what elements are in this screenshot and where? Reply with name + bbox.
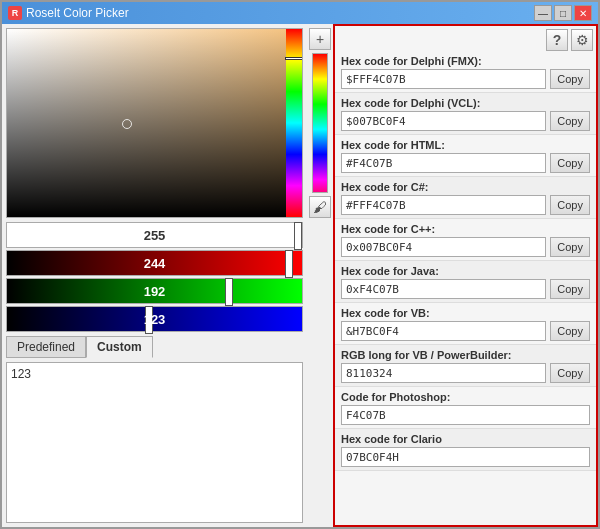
- middle-strip: + 🖌: [307, 24, 333, 527]
- title-controls: — □ ✕: [534, 5, 592, 21]
- title-bar: R Roselt Color Picker — □ ✕: [2, 2, 598, 24]
- copy-button-java[interactable]: Copy: [550, 279, 590, 299]
- sliders-area: 255 244 192 123: [6, 222, 303, 332]
- hex-input-cpp[interactable]: [341, 237, 546, 257]
- copy-button-vb-powerbuilder[interactable]: Copy: [550, 363, 590, 383]
- crosshair: [122, 119, 132, 129]
- color-value-display: 123: [6, 362, 303, 523]
- hex-value-row-vb-powerbuilder: Copy: [341, 363, 590, 383]
- hex-label-photoshop: Code for Photoshop:: [341, 391, 590, 403]
- hex-input-delphi-vcl[interactable]: [341, 111, 546, 131]
- hex-input-java[interactable]: [341, 279, 546, 299]
- hex-row-photoshop: Code for Photoshop:: [335, 387, 596, 429]
- alpha-value-label: 255: [144, 228, 166, 243]
- hex-input-vb[interactable]: [341, 321, 546, 341]
- hex-input-clario[interactable]: [341, 447, 590, 467]
- tab-custom[interactable]: Custom: [86, 336, 153, 358]
- green-slider-row: 192: [6, 278, 303, 304]
- hex-input-csharp[interactable]: [341, 195, 546, 215]
- hex-value-row-cpp: Copy: [341, 237, 590, 257]
- main-window: R Roselt Color Picker — □ ✕: [0, 0, 600, 529]
- copy-button-cpp[interactable]: Copy: [550, 237, 590, 257]
- copy-button-csharp[interactable]: Copy: [550, 195, 590, 215]
- blue-slider-row: 123: [6, 306, 303, 332]
- hex-label-csharp: Hex code for C#:: [341, 181, 590, 193]
- hex-codes-list: Hex code for Delphi (FMX):CopyHex code f…: [335, 51, 596, 471]
- right-panel: ? ⚙ Hex code for Delphi (FMX):CopyHex co…: [333, 24, 598, 527]
- left-panel: 255 244 192 123: [2, 24, 307, 527]
- red-slider-row: 244: [6, 250, 303, 276]
- color-gradient[interactable]: [7, 29, 302, 217]
- hex-value-row-vb: Copy: [341, 321, 590, 341]
- copy-button-vb[interactable]: Copy: [550, 321, 590, 341]
- hex-value-row-photoshop: [341, 405, 590, 425]
- hex-input-photoshop[interactable]: [341, 405, 590, 425]
- copy-button-delphi-vcl[interactable]: Copy: [550, 111, 590, 131]
- hex-label-clario: Hex code for Clario: [341, 433, 590, 445]
- hex-input-delphi-fmx[interactable]: [341, 69, 546, 89]
- window-title: Roselt Color Picker: [26, 6, 129, 20]
- app-icon: R: [8, 6, 22, 20]
- copy-button-html[interactable]: Copy: [550, 153, 590, 173]
- hue-color-strip[interactable]: [312, 53, 328, 193]
- hex-row-vb: Hex code for VB:Copy: [335, 303, 596, 345]
- restore-button[interactable]: □: [554, 5, 572, 21]
- hue-bar[interactable]: [286, 29, 302, 217]
- color-picker-canvas[interactable]: [6, 28, 303, 218]
- hex-input-html[interactable]: [341, 153, 546, 173]
- hex-label-delphi-vcl: Hex code for Delphi (VCL):: [341, 97, 590, 109]
- hex-value-row-clario: [341, 447, 590, 467]
- hex-row-vb-powerbuilder: RGB long for VB / PowerBuilder:Copy: [335, 345, 596, 387]
- red-value-label: 244: [144, 256, 166, 271]
- hex-row-delphi-vcl: Hex code for Delphi (VCL):Copy: [335, 93, 596, 135]
- add-button[interactable]: +: [309, 28, 331, 50]
- hex-row-java: Hex code for Java:Copy: [335, 261, 596, 303]
- hex-label-vb: Hex code for VB:: [341, 307, 590, 319]
- title-bar-left: R Roselt Color Picker: [8, 6, 129, 20]
- eyedropper-button[interactable]: 🖌: [309, 196, 331, 218]
- hex-label-java: Hex code for Java:: [341, 265, 590, 277]
- help-button[interactable]: ?: [546, 29, 568, 51]
- hex-label-vb-powerbuilder: RGB long for VB / PowerBuilder:: [341, 349, 590, 361]
- blue-value-label: 123: [144, 312, 166, 327]
- hue-indicator: [285, 57, 303, 60]
- tab-predefined[interactable]: Predefined: [6, 336, 86, 358]
- alpha-slider-row: 255: [6, 222, 303, 248]
- hex-label-cpp: Hex code for C++:: [341, 223, 590, 235]
- minimize-button[interactable]: —: [534, 5, 552, 21]
- hex-row-csharp: Hex code for C#:Copy: [335, 177, 596, 219]
- main-content: 255 244 192 123: [2, 24, 598, 527]
- hex-value-row-delphi-vcl: Copy: [341, 111, 590, 131]
- close-button[interactable]: ✕: [574, 5, 592, 21]
- hex-input-vb-powerbuilder[interactable]: [341, 363, 546, 383]
- copy-button-delphi-fmx[interactable]: Copy: [550, 69, 590, 89]
- hex-label-delphi-fmx: Hex code for Delphi (FMX):: [341, 55, 590, 67]
- hex-row-clario: Hex code for Clario: [335, 429, 596, 471]
- hex-row-html: Hex code for HTML:Copy: [335, 135, 596, 177]
- hex-row-cpp: Hex code for C++:Copy: [335, 219, 596, 261]
- hex-label-html: Hex code for HTML:: [341, 139, 590, 151]
- hex-value-row-csharp: Copy: [341, 195, 590, 215]
- settings-button[interactable]: ⚙: [571, 29, 593, 51]
- tabs-area: Predefined Custom: [6, 336, 303, 358]
- hex-row-delphi-fmx: Hex code for Delphi (FMX):Copy: [335, 51, 596, 93]
- green-value-label: 192: [144, 284, 166, 299]
- hex-value-row-delphi-fmx: Copy: [341, 69, 590, 89]
- hex-value-row-java: Copy: [341, 279, 590, 299]
- hex-value-row-html: Copy: [341, 153, 590, 173]
